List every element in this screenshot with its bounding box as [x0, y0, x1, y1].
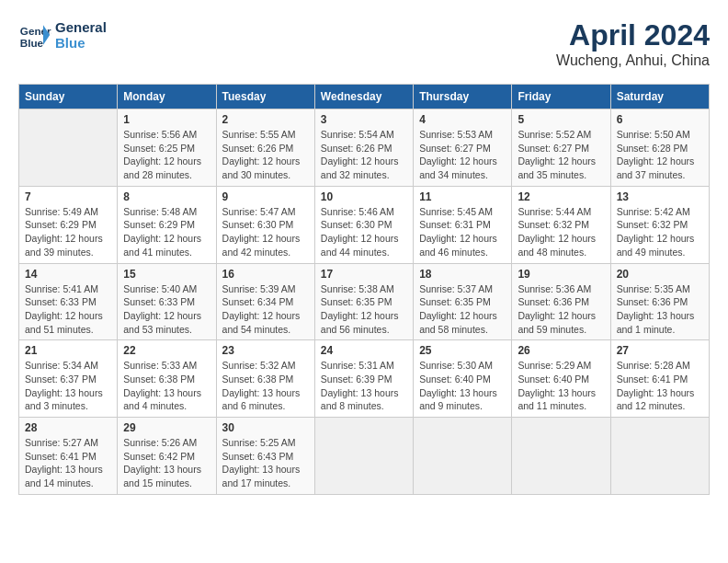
- calendar-cell: 15Sunrise: 5:40 AM Sunset: 6:33 PM Dayli…: [118, 263, 216, 340]
- calendar-cell: 2Sunrise: 5:55 AM Sunset: 6:26 PM Daylig…: [216, 109, 314, 187]
- day-header-thursday: Thursday: [414, 85, 512, 109]
- calendar-cell: 10Sunrise: 5:46 AM Sunset: 6:30 PM Dayli…: [314, 186, 413, 263]
- day-info: Sunrise: 5:25 AM Sunset: 6:43 PM Dayligh…: [222, 436, 309, 490]
- day-info: Sunrise: 5:28 AM Sunset: 6:41 PM Dayligh…: [617, 359, 703, 413]
- day-number: 4: [419, 113, 506, 126]
- calendar-cell: [414, 418, 512, 495]
- day-number: 24: [321, 344, 407, 357]
- day-number: 26: [518, 344, 604, 357]
- day-number: 2: [222, 113, 309, 126]
- day-number: 14: [25, 268, 111, 281]
- day-info: Sunrise: 5:35 AM Sunset: 6:36 PM Dayligh…: [617, 282, 703, 337]
- logo-icon: General Blue: [18, 18, 51, 52]
- day-info: Sunrise: 5:29 AM Sunset: 6:40 PM Dayligh…: [518, 359, 604, 413]
- calendar-cell: 23Sunrise: 5:32 AM Sunset: 6:38 PM Dayli…: [216, 340, 314, 418]
- calendar-cell: 25Sunrise: 5:30 AM Sunset: 6:40 PM Dayli…: [414, 340, 512, 418]
- day-number: 16: [222, 268, 309, 281]
- day-info: Sunrise: 5:42 AM Sunset: 6:32 PM Dayligh…: [617, 205, 703, 259]
- day-header-tuesday: Tuesday: [216, 85, 314, 109]
- calendar-cell: [610, 418, 709, 495]
- calendar-cell: 24Sunrise: 5:31 AM Sunset: 6:39 PM Dayli…: [314, 340, 413, 418]
- location-title: Wucheng, Anhui, China: [556, 52, 710, 69]
- day-number: 3: [321, 113, 407, 126]
- day-number: 22: [123, 344, 210, 357]
- day-number: 15: [123, 268, 210, 281]
- calendar-cell: 26Sunrise: 5:29 AM Sunset: 6:40 PM Dayli…: [512, 340, 610, 418]
- logo: General Blue General Blue: [18, 18, 107, 52]
- calendar-cell: [19, 109, 118, 187]
- day-number: 17: [321, 268, 407, 281]
- calendar-cell: 7Sunrise: 5:49 AM Sunset: 6:29 PM Daylig…: [19, 186, 118, 263]
- day-info: Sunrise: 5:56 AM Sunset: 6:25 PM Dayligh…: [123, 128, 210, 182]
- calendar-cell: 4Sunrise: 5:53 AM Sunset: 6:27 PM Daylig…: [414, 109, 512, 187]
- logo-general: General: [55, 19, 107, 35]
- day-info: Sunrise: 5:52 AM Sunset: 6:27 PM Dayligh…: [518, 128, 604, 182]
- day-header-friday: Friday: [512, 85, 610, 109]
- day-header-wednesday: Wednesday: [314, 85, 413, 109]
- day-number: 13: [617, 190, 703, 203]
- day-number: 21: [25, 344, 111, 357]
- day-number: 28: [25, 421, 111, 434]
- day-number: 12: [518, 190, 604, 203]
- calendar-cell: 1Sunrise: 5:56 AM Sunset: 6:25 PM Daylig…: [118, 109, 216, 187]
- svg-text:Blue: Blue: [20, 37, 44, 49]
- day-info: Sunrise: 5:49 AM Sunset: 6:29 PM Dayligh…: [25, 205, 111, 259]
- day-info: Sunrise: 5:38 AM Sunset: 6:35 PM Dayligh…: [321, 282, 407, 337]
- day-number: 19: [518, 268, 604, 281]
- day-info: Sunrise: 5:30 AM Sunset: 6:40 PM Dayligh…: [419, 359, 506, 413]
- calendar-cell: 19Sunrise: 5:36 AM Sunset: 6:36 PM Dayli…: [512, 263, 610, 340]
- day-info: Sunrise: 5:47 AM Sunset: 6:30 PM Dayligh…: [222, 205, 309, 259]
- calendar-cell: [512, 418, 610, 495]
- day-info: Sunrise: 5:45 AM Sunset: 6:31 PM Dayligh…: [419, 205, 506, 259]
- day-info: Sunrise: 5:36 AM Sunset: 6:36 PM Dayligh…: [518, 282, 604, 337]
- day-info: Sunrise: 5:40 AM Sunset: 6:33 PM Dayligh…: [123, 282, 210, 337]
- day-header-saturday: Saturday: [610, 85, 709, 109]
- day-info: Sunrise: 5:41 AM Sunset: 6:33 PM Dayligh…: [25, 282, 111, 337]
- day-number: 29: [123, 421, 210, 434]
- month-title: April 2024: [556, 18, 710, 52]
- calendar-cell: 21Sunrise: 5:34 AM Sunset: 6:37 PM Dayli…: [19, 340, 118, 418]
- day-info: Sunrise: 5:53 AM Sunset: 6:27 PM Dayligh…: [419, 128, 506, 182]
- calendar-cell: 30Sunrise: 5:25 AM Sunset: 6:43 PM Dayli…: [216, 418, 314, 495]
- calendar-cell: 5Sunrise: 5:52 AM Sunset: 6:27 PM Daylig…: [512, 109, 610, 187]
- day-info: Sunrise: 5:39 AM Sunset: 6:34 PM Dayligh…: [222, 282, 309, 337]
- day-number: 8: [123, 190, 210, 203]
- calendar-cell: [314, 418, 413, 495]
- calendar-cell: 27Sunrise: 5:28 AM Sunset: 6:41 PM Dayli…: [610, 340, 709, 418]
- calendar-cell: 6Sunrise: 5:50 AM Sunset: 6:28 PM Daylig…: [610, 109, 709, 187]
- calendar-cell: 29Sunrise: 5:26 AM Sunset: 6:42 PM Dayli…: [118, 418, 216, 495]
- calendar-cell: 12Sunrise: 5:44 AM Sunset: 6:32 PM Dayli…: [512, 186, 610, 263]
- title-section: April 2024 Wucheng, Anhui, China: [556, 18, 710, 69]
- calendar-cell: 8Sunrise: 5:48 AM Sunset: 6:29 PM Daylig…: [118, 186, 216, 263]
- day-number: 10: [321, 190, 407, 203]
- logo-blue: Blue: [55, 35, 107, 51]
- calendar-cell: 16Sunrise: 5:39 AM Sunset: 6:34 PM Dayli…: [216, 263, 314, 340]
- day-info: Sunrise: 5:27 AM Sunset: 6:41 PM Dayligh…: [25, 436, 111, 490]
- calendar-cell: 20Sunrise: 5:35 AM Sunset: 6:36 PM Dayli…: [610, 263, 709, 340]
- day-info: Sunrise: 5:46 AM Sunset: 6:30 PM Dayligh…: [321, 205, 407, 259]
- calendar-cell: 14Sunrise: 5:41 AM Sunset: 6:33 PM Dayli…: [19, 263, 118, 340]
- day-number: 20: [617, 268, 703, 281]
- day-number: 23: [222, 344, 309, 357]
- calendar-cell: 22Sunrise: 5:33 AM Sunset: 6:38 PM Dayli…: [118, 340, 216, 418]
- day-number: 7: [25, 190, 111, 203]
- day-number: 30: [222, 421, 309, 434]
- calendar-cell: 3Sunrise: 5:54 AM Sunset: 6:26 PM Daylig…: [314, 109, 413, 187]
- day-number: 6: [617, 113, 703, 126]
- day-info: Sunrise: 5:26 AM Sunset: 6:42 PM Dayligh…: [123, 436, 210, 490]
- day-info: Sunrise: 5:50 AM Sunset: 6:28 PM Dayligh…: [617, 128, 703, 182]
- day-info: Sunrise: 5:34 AM Sunset: 6:37 PM Dayligh…: [25, 359, 111, 413]
- calendar-cell: 9Sunrise: 5:47 AM Sunset: 6:30 PM Daylig…: [216, 186, 314, 263]
- calendar-cell: 18Sunrise: 5:37 AM Sunset: 6:35 PM Dayli…: [414, 263, 512, 340]
- day-info: Sunrise: 5:48 AM Sunset: 6:29 PM Dayligh…: [123, 205, 210, 259]
- day-info: Sunrise: 5:55 AM Sunset: 6:26 PM Dayligh…: [222, 128, 309, 182]
- day-header-monday: Monday: [118, 85, 216, 109]
- page-header: General Blue General Blue April 2024 Wuc…: [18, 18, 710, 69]
- day-info: Sunrise: 5:33 AM Sunset: 6:38 PM Dayligh…: [123, 359, 210, 413]
- day-header-sunday: Sunday: [19, 85, 118, 109]
- day-number: 11: [419, 190, 506, 203]
- day-number: 9: [222, 190, 309, 203]
- day-number: 18: [419, 268, 506, 281]
- day-info: Sunrise: 5:31 AM Sunset: 6:39 PM Dayligh…: [321, 359, 407, 413]
- day-number: 25: [419, 344, 506, 357]
